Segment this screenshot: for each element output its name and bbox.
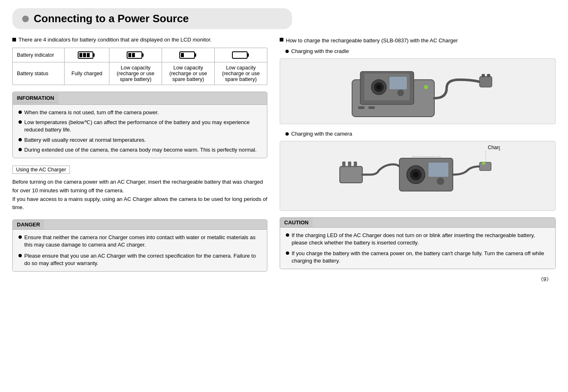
list-item: Battery will usually recover at normal t… [19, 136, 261, 144]
svg-rect-3 [83, 53, 86, 57]
svg-rect-26 [369, 106, 375, 109]
bullet-icon [285, 132, 289, 136]
intro-paragraph: There are 4 indicators for battery condi… [19, 37, 212, 43]
charging-camera-text: Charging with the camera [291, 131, 352, 137]
caution-item-1: If the charging LED of the AC Charger do… [292, 232, 549, 247]
caution-header-row: CAUTION [280, 218, 555, 228]
list-item: When the camera is not used, turn off th… [19, 109, 261, 116]
bullet-icon [19, 254, 22, 257]
svg-rect-13 [247, 53, 249, 57]
caution-item-2: If you charge the battery with the camer… [292, 250, 549, 265]
info-item-1: When the camera is not used, turn off th… [24, 109, 159, 116]
bullet-icon [286, 233, 289, 237]
battery-status-empty: Low capacity(recharge or usespare batter… [215, 62, 267, 85]
danger-box: DANGER Ensure that neither the camera no… [12, 219, 267, 272]
danger-item-2: Please ensure that you use an AC Charger… [24, 252, 261, 267]
charging-camera-label: Charging with the camera [285, 131, 556, 137]
list-item: Low temperatures (below℃) can affect the… [19, 119, 261, 134]
svg-text:Charging LED: Charging LED [488, 145, 500, 150]
svg-text:www.samsungcamera.com: www.samsungcamera.com [411, 155, 441, 158]
camera-diagram: Charging LED www.samsungcamera.com [280, 141, 556, 211]
table-row-icons: Battery indicator [13, 48, 267, 62]
ac-charger-text: Before turning on the camera power with … [12, 178, 267, 212]
battery-status-1bar: Low capacity(recharge or usespare batter… [162, 62, 215, 85]
svg-rect-29 [342, 161, 345, 167]
svg-rect-38 [480, 162, 491, 171]
caution-list: If the charging LED of the AC Charger do… [286, 232, 549, 265]
svg-point-41 [482, 161, 485, 165]
bullet-icon [19, 138, 22, 141]
battery-icon-empty [215, 48, 267, 62]
main-layout: There are 4 indicators for battery condi… [12, 37, 556, 272]
page-title: Connecting to a Power Source [34, 12, 189, 25]
svg-rect-2 [79, 53, 82, 57]
info-item-4: During extended use of the camera, the c… [24, 146, 257, 154]
list-item: During extended use of the camera, the c… [19, 146, 261, 154]
svg-rect-24 [487, 74, 490, 77]
bullet-icon [12, 38, 16, 42]
list-item: If you charge the battery with the camer… [286, 250, 549, 265]
ac-charger-section: Using the AC Charger Before turning on t… [12, 166, 267, 212]
caution-box: CAUTION If the charging LED of the AC Ch… [280, 217, 556, 270]
battery-icon-2bar [109, 48, 162, 62]
danger-title: DANGER [13, 220, 44, 229]
page-number-text: 《9》 [538, 276, 552, 282]
svg-rect-7 [128, 53, 131, 57]
caution-body: If the charging LED of the AC Charger do… [280, 228, 555, 269]
svg-point-35 [413, 172, 419, 178]
info-item-2: Low temperatures (below℃) can affect the… [24, 119, 261, 134]
svg-rect-22 [480, 76, 492, 87]
svg-rect-6 [142, 53, 144, 57]
battery-indicator-label: Battery indicator [13, 48, 65, 62]
information-title: INFORMATION [13, 93, 58, 103]
caution-title: CAUTION [280, 218, 313, 227]
battery-icon-full [65, 48, 109, 62]
svg-rect-8 [132, 53, 135, 57]
svg-rect-36 [428, 162, 449, 177]
ac-charger-label: Using the AC Charger [12, 166, 70, 174]
battery-status-label: Battery status [13, 62, 65, 85]
svg-point-27 [424, 85, 428, 89]
battery-status-2bar: Low capacity(recharge or usespare batter… [109, 62, 162, 85]
battery-status-full: Fully charged [65, 62, 109, 85]
svg-rect-11 [181, 53, 184, 57]
svg-rect-10 [195, 53, 196, 57]
table-row-status: Battery status Fully charged Low capacit… [13, 62, 267, 85]
bullet-icon [286, 251, 289, 255]
charging-cradle-text: Charging with the cradle [291, 48, 349, 54]
svg-rect-28 [340, 166, 362, 183]
danger-list: Ensure that neither the camera nor Charg… [19, 234, 261, 267]
svg-rect-20 [389, 76, 407, 90]
svg-point-21 [397, 90, 404, 96]
charging-cradle-label: Charging with the cradle [285, 48, 556, 54]
danger-item-1: Ensure that neither the camera nor Charg… [24, 234, 261, 249]
svg-rect-12 [232, 52, 247, 58]
right-intro-text: How to charge the rechargeable battery (… [286, 37, 458, 45]
list-item: Ensure that neither the camera nor Charg… [19, 234, 261, 249]
info-item-3: Battery will usually recover at normal t… [24, 136, 146, 144]
svg-rect-31 [354, 161, 357, 167]
bullet-icon [285, 50, 289, 53]
battery-2bar-svg [127, 51, 145, 60]
bullet-icon [19, 120, 22, 124]
svg-rect-1 [93, 53, 95, 57]
battery-full-svg [78, 51, 96, 60]
battery-table: Battery indicator [12, 48, 267, 85]
danger-body: Ensure that neither the camera nor Charg… [13, 230, 267, 271]
information-list: When the camera is not used, turn off th… [19, 109, 261, 154]
bullet-icon [19, 111, 22, 114]
right-column: How to charge the rechargeable battery (… [280, 37, 556, 272]
battery-1bar-svg [179, 51, 197, 60]
svg-rect-23 [482, 74, 485, 77]
cradle-diagram [280, 58, 556, 124]
bullet-icon [280, 38, 283, 42]
battery-empty-svg [232, 51, 250, 60]
list-item: If the charging LED of the AC Charger do… [286, 232, 549, 247]
page-header: Connecting to a Power Source [12, 8, 292, 29]
list-item: Please ensure that you use an AC Charger… [19, 252, 261, 267]
camera-svg: Charging LED www.samsungcamera.com [336, 142, 500, 210]
page-number: 《9》 [12, 276, 556, 283]
information-body: When the camera is not used, turn off th… [13, 105, 267, 158]
header-dot-icon [22, 16, 29, 22]
svg-rect-30 [348, 161, 351, 167]
